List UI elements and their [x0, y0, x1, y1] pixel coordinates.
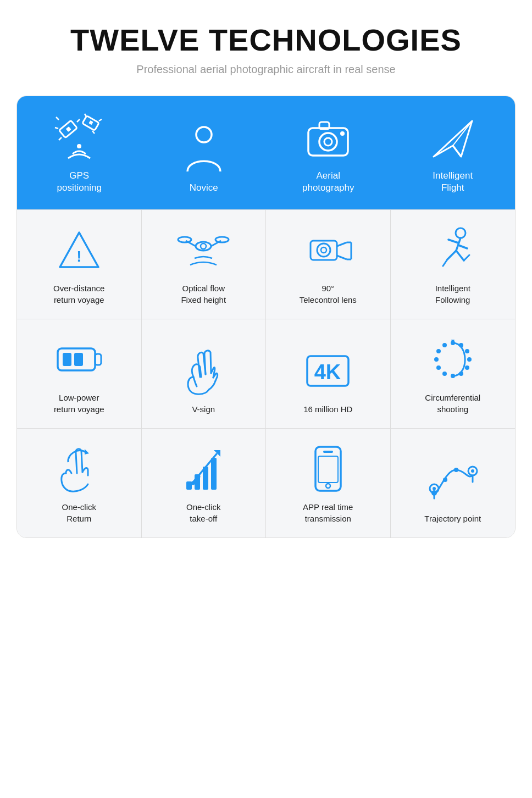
svg-point-62: [436, 349, 441, 353]
4k-label: 16 million HD: [303, 403, 352, 415]
svg-point-26: [178, 237, 191, 242]
feature-low-power: Low-powerreturn voyage: [17, 319, 142, 428]
feature-app-transmission: APP real timetransmission: [266, 429, 391, 537]
novice-label: Novice: [190, 182, 218, 194]
svg-point-30: [317, 243, 330, 257]
svg-point-54: [465, 349, 469, 353]
svg-point-83: [471, 469, 474, 473]
takeoff-icon: [179, 444, 228, 494]
page-title: TWELVE TECHNOLOGIES: [70, 22, 462, 58]
page-subtitle: Professional aerial photographic aircraf…: [136, 63, 395, 76]
feature-overdistance: ! Over-distancereturn voyage: [17, 210, 142, 319]
svg-line-6: [85, 114, 86, 117]
svg-point-56: [465, 365, 469, 370]
intelligent-flight-label: IntelligentFlight: [433, 170, 473, 194]
telecontrol-label: 90°Telecontrol lens: [300, 282, 357, 306]
svg-point-63: [442, 343, 447, 347]
svg-point-55: [467, 357, 472, 362]
vsign-icon: [179, 346, 228, 396]
app-transmission-icon: [303, 444, 353, 494]
circumferential-label: Circumferentialshooting: [425, 392, 480, 415]
optical-flow-icon: [179, 225, 228, 275]
oneclick-return-label: One-clickReturn: [62, 501, 96, 524]
svg-rect-9: [66, 126, 71, 132]
feature-oneclick-return: One-clickReturn: [17, 429, 142, 537]
app-transmission-label: APP real timetransmission: [303, 501, 353, 524]
gps-label: GPSpositioning: [57, 170, 102, 194]
feature-intelligent-following: IntelligentFollowing: [391, 210, 516, 319]
feature-intelligent-flight: IntelligentFlight: [391, 96, 516, 209]
svg-point-61: [434, 357, 439, 362]
svg-point-31: [321, 247, 326, 253]
intelligent-flight-icon: [428, 113, 478, 162]
svg-text:4K: 4K: [314, 361, 341, 384]
feature-circumferential: Circumferentialshooting: [391, 319, 516, 428]
svg-point-37: [456, 228, 465, 238]
svg-point-78: [326, 484, 330, 488]
svg-line-4: [55, 128, 58, 129]
svg-rect-77: [318, 456, 338, 483]
svg-point-11: [77, 144, 81, 148]
svg-rect-68: [186, 481, 192, 490]
svg-point-73: [197, 474, 201, 478]
vsign-label: V-sign: [192, 403, 215, 415]
svg-line-39: [448, 240, 458, 243]
svg-point-59: [442, 372, 447, 376]
svg-line-44: [464, 255, 469, 261]
svg-line-19: [453, 146, 461, 157]
optical-flow-label: Optical flowFixed height: [181, 282, 226, 306]
feature-telecontrol: 90°Telecontrol lens: [266, 210, 391, 319]
svg-point-60: [436, 365, 441, 370]
trajectory-label: Trajectory point: [424, 513, 481, 524]
low-power-icon: [54, 335, 104, 384]
svg-line-20: [453, 121, 472, 146]
feature-vsign: V-sign: [142, 319, 267, 428]
svg-point-12: [196, 127, 212, 142]
svg-rect-76: [323, 451, 333, 453]
svg-line-7: [99, 119, 102, 121]
svg-marker-65: [85, 449, 89, 455]
takeoff-label: One-clicktake-off: [186, 501, 221, 524]
circumferential-icon: [428, 335, 478, 384]
svg-point-28: [201, 243, 206, 249]
feature-aerial: Aerialphotography: [266, 96, 391, 209]
svg-rect-71: [211, 458, 217, 490]
svg-line-3: [59, 137, 62, 140]
telecontrol-icon: [303, 225, 353, 275]
intelligent-following-label: IntelligentFollowing: [435, 282, 470, 306]
svg-line-33: [337, 256, 347, 259]
svg-point-27: [215, 237, 229, 242]
oneclick-return-icon: [54, 444, 104, 494]
feature-novice: Novice: [142, 96, 267, 209]
low-power-label: Low-powerreturn voyage: [54, 392, 104, 415]
svg-line-2: [77, 119, 80, 122]
trajectory-icon: [428, 456, 478, 505]
svg-point-81: [454, 468, 458, 472]
novice-icon: [179, 125, 229, 174]
aerial-icon: [303, 113, 353, 162]
svg-point-80: [443, 478, 447, 482]
svg-rect-47: [63, 353, 71, 366]
svg-line-1: [56, 117, 59, 120]
svg-line-42: [456, 251, 464, 261]
feature-gps: GPSpositioning: [17, 96, 142, 209]
overdistance-icon: !: [54, 225, 104, 275]
feature-optical-flow: Optical flowFixed height: [142, 210, 267, 319]
row-3: One-clickReturn: [17, 428, 515, 537]
gps-icon: [54, 113, 104, 162]
svg-point-17: [340, 131, 345, 136]
svg-rect-10: [88, 120, 93, 125]
aerial-label: Aerialphotography: [302, 170, 354, 194]
row-2: Low-powerreturn voyage: [17, 319, 515, 428]
row-1: ! Over-distancereturn voyage: [17, 209, 515, 319]
svg-point-74: [203, 468, 207, 472]
feature-4k: 4K 16 million HD: [266, 319, 391, 428]
svg-line-40: [458, 245, 467, 248]
svg-text:!: !: [76, 248, 81, 265]
features-grid: GPSpositioning Novice: [16, 96, 516, 538]
svg-point-15: [324, 138, 332, 146]
intelligent-following-icon: [428, 225, 478, 275]
svg-marker-18: [434, 121, 472, 157]
4k-icon: 4K: [303, 346, 353, 396]
top-row: GPSpositioning Novice: [17, 96, 515, 209]
